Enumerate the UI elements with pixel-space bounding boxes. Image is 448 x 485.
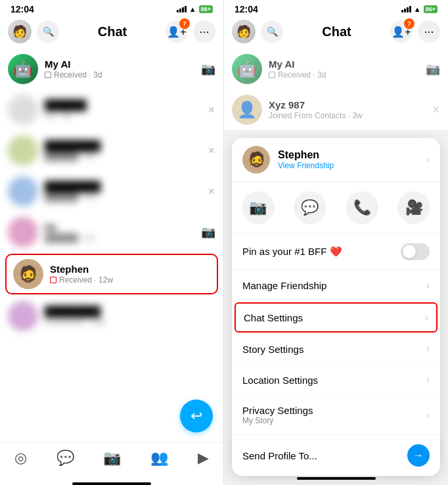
received-icon xyxy=(45,72,51,78)
nav-friends[interactable]: 👥 xyxy=(150,450,168,467)
right-my-ai-camera-icon: 📷 xyxy=(426,62,440,76)
menu-item-location-settings[interactable]: Location Settings › xyxy=(232,365,440,396)
chat-item-blurred-3[interactable]: ████████ ██████ · 1w ✕ xyxy=(0,171,223,212)
right-my-ai-info: My AI Received · 3d xyxy=(269,58,419,80)
menu-item-manage-friendship[interactable]: Manage Friendship › xyxy=(232,270,440,301)
right-signal-icon xyxy=(401,6,411,12)
menu-item-chat-settings[interactable]: Chat Settings › xyxy=(235,302,437,333)
context-user-avatar: 🧔 xyxy=(242,146,270,173)
action-call-button[interactable]: 📞 xyxy=(346,191,378,224)
my-ai-avatar: 🤖 xyxy=(8,54,38,84)
right-received-icon xyxy=(269,72,275,78)
context-user-sub: View Friendship xyxy=(278,161,334,170)
right-user-avatar[interactable]: 🧑 xyxy=(232,20,256,43)
nav-chat[interactable]: 💬 xyxy=(56,450,74,467)
left-header: 🧑 🔍 Chat 👤+ 7 ··· xyxy=(0,16,223,49)
blurred-name-5: ████████ xyxy=(45,306,215,317)
my-ai-sub: Received · 3d xyxy=(45,70,194,80)
left-add-friend-button[interactable]: 👤+ 7 xyxy=(166,20,188,43)
xyz-avatar: 👤 xyxy=(232,95,262,125)
right-add-badge: 7 xyxy=(404,18,414,29)
chat-settings-chevron-icon: › xyxy=(425,312,428,323)
left-home-indicator xyxy=(72,482,151,485)
signal-icon xyxy=(177,6,187,12)
stephen-info: Stephen Received · 12w xyxy=(50,264,210,285)
right-panel: 12:04 ▲ 86+ 🧑 🔍 Chat 👤+ 7 ··· 🤖 My AI xyxy=(224,0,448,485)
context-user-info: Stephen View Friendship xyxy=(278,149,334,170)
context-user-name: Stephen xyxy=(278,149,334,161)
nav-map[interactable]: ◎ xyxy=(14,450,27,467)
right-chat-item-my-ai[interactable]: 🤖 My AI Received · 3d 📷 xyxy=(224,49,448,89)
menu-item-privacy-settings[interactable]: Privacy Settings My Story › xyxy=(232,396,440,435)
xyz-name: Xyz 987 xyxy=(269,99,426,110)
pin-bff-toggle[interactable] xyxy=(401,243,430,260)
left-status-icons: ▲ 86+ xyxy=(177,5,213,13)
nav-play[interactable]: ▶ xyxy=(198,450,209,467)
blurred-name-2: ████████ xyxy=(45,140,201,151)
blurred-avatar-1 xyxy=(8,95,38,125)
right-my-ai-sub: Received · 3d xyxy=(269,70,419,80)
privacy-settings-info: Privacy Settings My Story xyxy=(242,405,426,425)
left-more-button[interactable]: ··· xyxy=(193,20,215,43)
right-add-friend-button[interactable]: 👤+ 7 xyxy=(390,20,413,43)
my-ai-name: My AI xyxy=(45,58,194,70)
blurred-sub-1: cts · 3w xyxy=(45,111,201,120)
left-time: 12:04 xyxy=(11,4,34,14)
right-more-button[interactable]: ··· xyxy=(418,20,440,43)
left-battery: 86+ xyxy=(199,5,213,13)
my-ai-info: My AI Received · 3d xyxy=(45,58,194,80)
close-icon-2[interactable]: ✕ xyxy=(208,145,215,156)
xyz-close-icon[interactable]: ✕ xyxy=(432,104,440,115)
right-my-ai-name: My AI xyxy=(269,58,419,70)
manage-friendship-label: Manage Friendship xyxy=(242,280,426,291)
chat-item-blurred-5[interactable]: ████████ Screenshot · 14w xyxy=(0,296,223,336)
chat-item-blurred-2[interactable]: ████████ ██████ · 5d ✕ xyxy=(0,130,223,171)
chat-item-my-ai[interactable]: 🤖 My AI Received · 3d 📷 xyxy=(0,49,223,89)
right-header-title: Chat xyxy=(288,24,385,39)
action-camera-button[interactable]: 📷 xyxy=(242,191,275,224)
blurred-avatar-5 xyxy=(8,301,38,331)
right-search-button[interactable]: 🔍 xyxy=(261,20,283,43)
blurred-sub-4: ██████ · 2w xyxy=(45,233,194,242)
chat-item-blurred-4[interactable]: tte ██████ · 2w 📷 xyxy=(0,212,223,252)
blurred-name-3: ████████ xyxy=(45,181,201,192)
close-icon-1[interactable]: ✕ xyxy=(208,104,215,115)
chat-item-blurred-1[interactable]: ██████ cts · 3w ✕ xyxy=(0,89,223,130)
right-wifi-icon: ▲ xyxy=(414,5,421,13)
compose-button[interactable]: ↩ xyxy=(180,400,213,432)
menu-item-story-settings[interactable]: Story Settings › xyxy=(232,334,440,365)
menu-item-send-profile[interactable]: Send Profile To... → xyxy=(232,435,440,476)
menu-item-pin-bff[interactable]: Pin as your #1 BFF ❤️ xyxy=(232,234,440,270)
left-bottom-nav: ◎ 💬 📷 👥 ▶ xyxy=(0,442,223,480)
left-search-button[interactable]: 🔍 xyxy=(37,20,59,43)
pin-bff-label: Pin as your #1 BFF ❤️ xyxy=(242,246,401,258)
nav-camera[interactable]: 📷 xyxy=(103,450,121,467)
right-chat-item-xyz[interactable]: 👤 Xyz 987 Joined From Contacts · 3w ✕ xyxy=(224,89,448,130)
my-ai-camera-icon: 📷 xyxy=(201,62,215,76)
blurred-sub-3: ██████ · 1w xyxy=(45,193,201,202)
context-menu-header[interactable]: 🧔 Stephen View Friendship › xyxy=(232,138,440,182)
left-add-badge: 7 xyxy=(179,18,190,29)
right-status-icons: ▲ 86+ xyxy=(401,5,437,13)
left-status-bar: 12:04 ▲ 86+ xyxy=(0,0,223,16)
stephen-avatar: 🧔 xyxy=(13,259,43,289)
right-my-ai-avatar: 🤖 xyxy=(232,54,262,84)
send-profile-button[interactable]: → xyxy=(407,444,430,467)
close-icon-3[interactable]: ✕ xyxy=(208,186,215,196)
location-settings-label: Location Settings xyxy=(242,375,426,386)
left-user-avatar[interactable]: 🧑 xyxy=(8,20,32,43)
blurred-name-1: ██████ xyxy=(45,99,201,110)
blurred-name-4: tte xyxy=(45,221,194,233)
right-home-indicator xyxy=(297,477,376,480)
blurred-avatar-4 xyxy=(8,217,38,247)
blurred-avatar-3 xyxy=(8,176,38,206)
blurred-info-4: tte ██████ · 2w xyxy=(45,221,194,242)
action-chat-button[interactable]: 💬 xyxy=(294,191,326,224)
action-video-button[interactable]: 🎥 xyxy=(397,191,430,224)
chat-item-stephen[interactable]: 🧔 Stephen Received · 12w xyxy=(5,254,218,294)
context-quick-actions: 📷 💬 📞 🎥 xyxy=(232,182,440,234)
blurred-info-3: ████████ ██████ · 1w xyxy=(45,181,201,202)
blurred-sub-5: Screenshot · 14w xyxy=(45,317,215,327)
blurred-info-1: ██████ cts · 3w xyxy=(45,99,201,120)
xyz-sub: Joined From Contacts · 3w xyxy=(269,111,426,120)
